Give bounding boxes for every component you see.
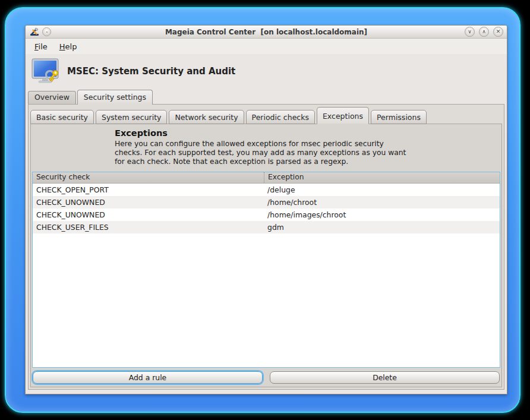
- exceptions-panel: Exceptions Here you can configure the al…: [30, 124, 502, 387]
- exceptions-table: Security check Exception CHECK_OPEN_PORT…: [32, 172, 500, 368]
- app-header: MSEC: System Security and Audit: [26, 54, 507, 89]
- tab-exceptions[interactable]: Exceptions: [317, 107, 369, 124]
- table-header: Security check Exception: [33, 172, 500, 184]
- maximize-icon[interactable]: ∧: [479, 27, 489, 37]
- monitor-with-key-icon: [31, 58, 60, 84]
- tab-network-security[interactable]: Network security: [169, 110, 244, 124]
- minimize-icon[interactable]: ∨: [465, 27, 475, 37]
- window-title: Mageia Control Center [on localhost.loca…: [26, 28, 507, 36]
- column-header-exception[interactable]: Exception: [264, 172, 500, 183]
- description-line: Here you can configure the allowed excep…: [115, 140, 490, 149]
- window-controls: ∨ ∧ ✕: [465, 27, 503, 37]
- table-row[interactable]: CHECK_USER_FILES gdm: [33, 221, 500, 233]
- tab-periodic-checks[interactable]: Periodic checks: [246, 110, 315, 124]
- tab-basic-security[interactable]: Basic security: [30, 110, 94, 124]
- menubar: File Help: [26, 39, 507, 54]
- table-row[interactable]: CHECK_UNOWNED /home/images/chroot: [33, 209, 500, 221]
- delete-button[interactable]: Delete: [270, 371, 500, 384]
- tab-system-security[interactable]: System security: [96, 110, 168, 124]
- titlebar[interactable]: Mageia Control Center [on localhost.loca…: [26, 26, 507, 39]
- primary-tabs: Overview Security settings: [26, 89, 507, 104]
- section-heading: Exceptions: [115, 128, 490, 138]
- table-empty-area: [33, 233, 500, 367]
- menu-help[interactable]: Help: [58, 41, 79, 52]
- tab-permissions[interactable]: Permissions: [371, 110, 427, 124]
- description-line: checks. For each supported test, you may…: [115, 149, 490, 157]
- mageia-app-icon: [29, 27, 40, 37]
- secondary-tabs: Basic security System security Network s…: [29, 105, 504, 124]
- add-rule-button[interactable]: Add a rule: [33, 371, 263, 384]
- table-row[interactable]: CHECK_OPEN_PORT /deluge: [33, 184, 500, 196]
- window-glow-frame: Mageia Control Center [on localhost.loca…: [5, 7, 520, 413]
- column-header-security-check[interactable]: Security check: [33, 172, 264, 183]
- mcc-window: Mageia Control Center [on localhost.loca…: [25, 25, 507, 394]
- page-title: MSEC: System Security and Audit: [67, 66, 235, 77]
- close-icon[interactable]: ✕: [493, 27, 503, 37]
- window-pin-button[interactable]: [42, 27, 51, 36]
- menu-file[interactable]: File: [33, 41, 49, 52]
- tab-security-settings[interactable]: Security settings: [77, 90, 153, 105]
- exceptions-description: Exceptions Here you can configure the al…: [31, 124, 501, 169]
- table-row[interactable]: CHECK_UNOWNED /home/chroot: [33, 196, 500, 209]
- security-settings-panel: Basic security System security Network s…: [28, 104, 504, 390]
- tab-overview[interactable]: Overview: [28, 91, 76, 104]
- action-buttons: Add a rule Delete: [31, 369, 501, 387]
- description-line: for each check. Note that each exception…: [115, 157, 490, 166]
